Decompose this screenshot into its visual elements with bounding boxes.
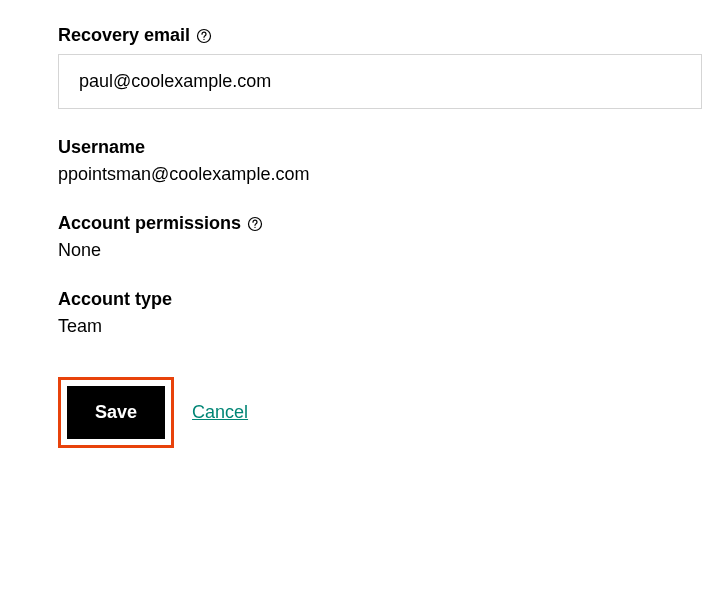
svg-point-3 [254, 226, 255, 227]
username-value: ppointsman@coolexample.com [58, 164, 702, 185]
help-icon[interactable] [247, 216, 263, 232]
recovery-email-label-text: Recovery email [58, 25, 190, 46]
permissions-value: None [58, 240, 702, 261]
account-type-label-text: Account type [58, 289, 172, 310]
account-type-group: Account type Team [58, 289, 702, 337]
save-button[interactable]: Save [67, 386, 165, 439]
recovery-email-input[interactable] [58, 54, 702, 109]
permissions-label: Account permissions [58, 213, 702, 234]
username-group: Username ppointsman@coolexample.com [58, 137, 702, 185]
cancel-link[interactable]: Cancel [192, 402, 248, 423]
username-label: Username [58, 137, 702, 158]
form-actions: Save Cancel [58, 377, 702, 448]
help-icon[interactable] [196, 28, 212, 44]
recovery-email-label: Recovery email [58, 25, 702, 46]
svg-point-1 [203, 38, 204, 39]
recovery-email-group: Recovery email [58, 25, 702, 109]
permissions-group: Account permissions None [58, 213, 702, 261]
save-highlight-box: Save [58, 377, 174, 448]
permissions-label-text: Account permissions [58, 213, 241, 234]
username-label-text: Username [58, 137, 145, 158]
account-type-value: Team [58, 316, 702, 337]
account-type-label: Account type [58, 289, 702, 310]
